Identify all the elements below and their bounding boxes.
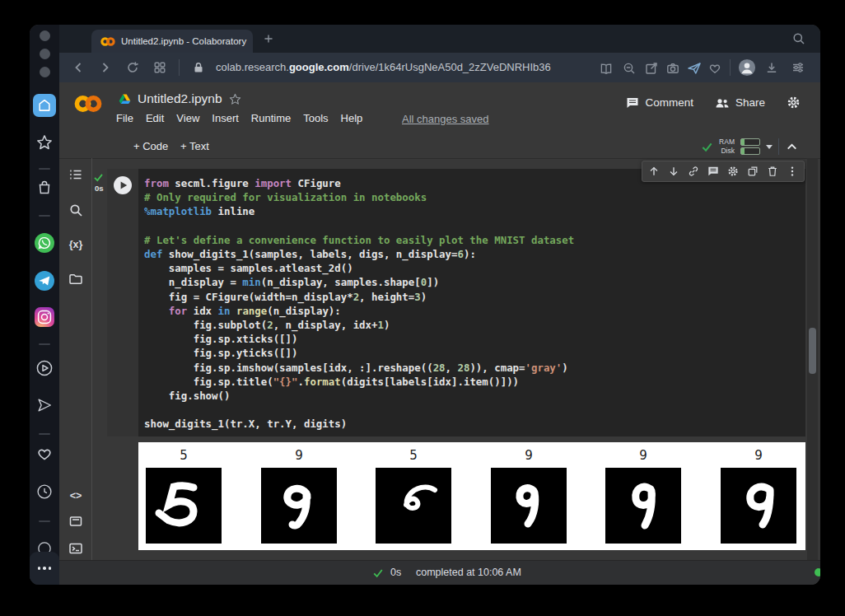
palette-icon xyxy=(68,514,83,529)
add-text-button[interactable]: + Text xyxy=(180,140,209,152)
code-line[interactable] xyxy=(144,219,805,233)
menu-view[interactable]: View xyxy=(176,112,199,124)
dock-whatsapp-button[interactable] xyxy=(30,233,59,253)
code-line[interactable]: for idx in range(n_display): xyxy=(144,304,805,318)
back-icon xyxy=(72,61,85,74)
ram-usage-bar[interactable] xyxy=(740,138,760,146)
terminal-button[interactable] xyxy=(68,541,83,556)
dock-favorites-button[interactable] xyxy=(30,134,59,151)
share-button-colab[interactable]: Share xyxy=(715,96,765,109)
downloads-button[interactable] xyxy=(765,61,778,74)
code-line[interactable] xyxy=(144,403,805,417)
code-line[interactable]: fig.show() xyxy=(144,389,805,403)
url-field[interactable]: colab.research.google.com/drive/1k64rUsg… xyxy=(216,61,579,76)
dock-telegram-button[interactable] xyxy=(30,271,59,291)
reload-button[interactable] xyxy=(126,61,139,74)
disk-usage-bar[interactable] xyxy=(740,147,760,155)
code-snippets-button[interactable]: <> xyxy=(59,490,92,502)
menu-file[interactable]: File xyxy=(116,112,133,124)
variables-button[interactable]: {x} xyxy=(59,239,92,250)
heart-icon xyxy=(708,62,721,74)
forward-icon xyxy=(99,61,112,74)
forward-button[interactable] xyxy=(99,61,112,74)
dock-send-button[interactable] xyxy=(30,396,59,414)
grid-icon xyxy=(153,61,166,74)
whatsapp-icon xyxy=(35,233,54,253)
favorite-button[interactable] xyxy=(708,62,721,74)
add-comment-button[interactable] xyxy=(703,161,723,181)
notebook-title[interactable]: Untitled2.ipynb xyxy=(138,91,222,106)
run-cell-button[interactable] xyxy=(114,176,132,194)
resources-dropdown-caret[interactable] xyxy=(766,145,773,149)
dock-video-button[interactable] xyxy=(30,358,59,378)
menu-edit[interactable]: Edit xyxy=(146,112,164,124)
heart-icon xyxy=(36,446,53,461)
tab-search-button[interactable] xyxy=(792,32,805,45)
mnist-sample-5: 9 xyxy=(721,447,796,544)
new-tab-button[interactable] xyxy=(263,33,274,44)
more-cell-actions-button[interactable] xyxy=(782,161,802,181)
menu-insert[interactable]: Insert xyxy=(212,112,239,124)
window-control-dot[interactable] xyxy=(30,30,59,41)
settings-gear-icon[interactable] xyxy=(787,96,801,110)
reading-list-button[interactable] xyxy=(599,63,614,75)
code-line[interactable]: # Let's define a convenience function to… xyxy=(144,233,805,247)
browser-settings-button[interactable] xyxy=(791,61,805,74)
share-button[interactable] xyxy=(645,62,658,75)
code-line[interactable]: # Only required for visualization in not… xyxy=(144,190,805,204)
add-code-button[interactable]: + Code xyxy=(133,140,168,152)
profile-avatar[interactable] xyxy=(738,58,756,77)
menu-help[interactable]: Help xyxy=(341,112,363,124)
url-domain: google.com xyxy=(289,61,349,73)
dock-more-button[interactable] xyxy=(30,552,59,585)
code-line[interactable]: def show_digits_1(samples, labels, digs,… xyxy=(144,247,805,261)
copy-link-to-cell-button[interactable] xyxy=(684,161,703,181)
find-replace-button[interactable] xyxy=(68,203,83,217)
code-line[interactable]: %matplotlib inline xyxy=(144,204,805,218)
dock-divider xyxy=(30,215,59,217)
code-line[interactable]: samples = samples.atleast_2d() xyxy=(144,261,805,275)
move-cell-down-button[interactable] xyxy=(664,161,684,181)
tab-overview-button[interactable] xyxy=(153,61,166,74)
back-button[interactable] xyxy=(72,61,85,74)
dock-home-button[interactable] xyxy=(30,94,59,117)
code-line[interactable]: fig = CFigure(width=n_display*2, height=… xyxy=(144,290,805,304)
colab-logo[interactable] xyxy=(72,94,104,114)
star-rating-icon[interactable] xyxy=(229,93,241,105)
search-icon xyxy=(792,32,805,45)
code-line[interactable]: fig.sp.imshow(samples[idx, :].reshape((2… xyxy=(144,361,805,375)
scrollbar-thumb[interactable] xyxy=(809,328,816,374)
browser-tab-active[interactable]: Untitled2.ipynb - Colaboratory xyxy=(91,30,253,53)
command-palette-button[interactable] xyxy=(68,514,83,529)
code-line[interactable]: fig.sp.xticks([]) xyxy=(144,332,805,346)
code-line[interactable]: fig.subplot(2, n_display, idx+1) xyxy=(144,318,805,332)
dock-history-button[interactable] xyxy=(30,483,59,501)
dock-shopping-button[interactable] xyxy=(30,180,59,196)
code-line[interactable]: fig.sp.title("{}".format(digits[labels[i… xyxy=(144,375,805,389)
move-cell-up-button[interactable] xyxy=(644,161,664,181)
screenshot-button[interactable] xyxy=(666,62,679,75)
comment-button[interactable]: Comment xyxy=(626,96,693,110)
code-line[interactable]: fig.sp.yticks([]) xyxy=(144,346,805,360)
delete-cell-button[interactable] xyxy=(763,161,782,181)
mnist-sample-0: 5 xyxy=(146,447,222,544)
zoom-out-button[interactable] xyxy=(623,62,636,75)
menu-tools[interactable]: Tools xyxy=(303,112,328,124)
table-of-contents-button[interactable] xyxy=(68,167,83,182)
open-in-window-button[interactable] xyxy=(743,161,763,181)
save-status[interactable]: All changes saved xyxy=(402,113,489,125)
cell-settings-button[interactable] xyxy=(723,161,743,181)
code-editor[interactable]: from secml.figure import CFigure# Only r… xyxy=(138,169,805,436)
tab-title: Untitled2.ipynb - Colaboratory xyxy=(121,36,246,46)
send-page-button[interactable] xyxy=(687,62,702,75)
files-button[interactable] xyxy=(68,272,83,287)
window-control-dot[interactable] xyxy=(30,49,59,59)
code-line[interactable]: show_digits_1(tr.X, tr.Y, digits) xyxy=(144,417,805,431)
window-control-dot[interactable] xyxy=(30,67,59,77)
code-line[interactable]: n_display = min(n_display, samples.shape… xyxy=(144,275,805,289)
site-security-lock[interactable] xyxy=(192,61,205,74)
dock-likes-button[interactable] xyxy=(30,446,59,461)
menu-runtime[interactable]: Runtime xyxy=(251,112,291,124)
dock-instagram-button[interactable] xyxy=(30,307,59,327)
collapse-header-chevron[interactable] xyxy=(785,140,799,154)
